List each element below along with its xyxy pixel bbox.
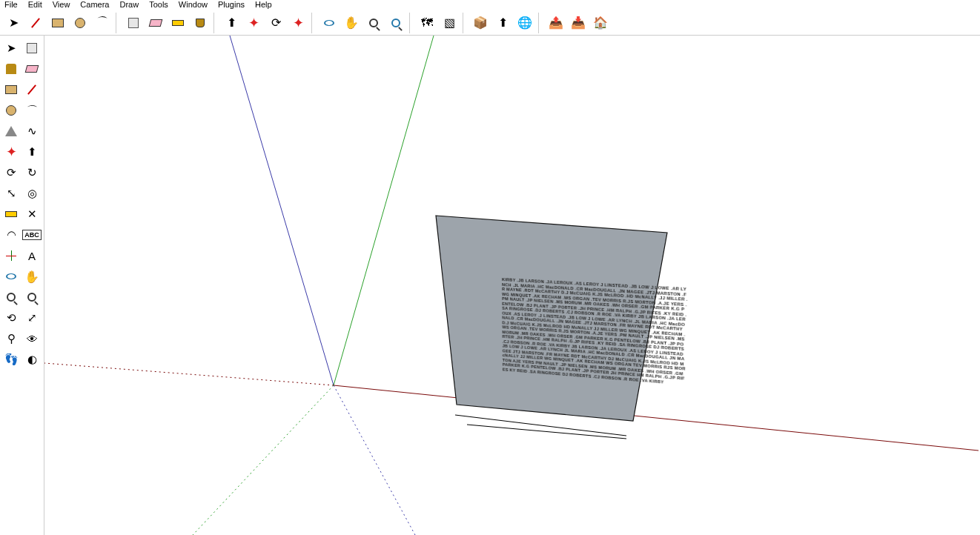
dimension-icon[interactable]: ✕ (22, 205, 42, 224)
menu-bar: File Edit View Camera Draw Tools Window … (0, 0, 980, 10)
walk-icon[interactable]: 👣 (1, 350, 21, 369)
text-tool-icon[interactable]: ABC (22, 225, 42, 245)
circle-icon[interactable] (1, 101, 21, 120)
paint-bucket-icon[interactable] (1, 59, 21, 79)
menu-view[interactable]: View (53, 0, 70, 10)
zoom-icon[interactable] (363, 13, 384, 33)
rectangle-icon[interactable] (1, 80, 21, 99)
tape-measure-icon[interactable] (1, 205, 21, 224)
svg-line-0 (230, 36, 334, 385)
move-star-icon[interactable]: ✦ (1, 142, 21, 162)
earth-icon[interactable]: 🌐 (514, 13, 535, 33)
upload-model-icon[interactable]: ⬆ (492, 13, 513, 33)
arc-icon[interactable]: ⌒ (92, 13, 113, 33)
left-toolbox: ➤ ⌒ ∿ ✦ ⬆ ⟳ ↻ ⤡ ◎ ✕ ◠ ABC A ✋ ⟲ ⤢ ⚲ 👁 👣 … (0, 36, 44, 535)
pencil-line-icon[interactable] (22, 80, 42, 99)
menu-window[interactable]: Window (179, 0, 208, 10)
arc-icon[interactable]: ⌒ (22, 101, 42, 120)
section-plane-icon[interactable]: ◐ (22, 350, 42, 369)
pan-icon[interactable]: ✋ (22, 267, 42, 286)
svg-line-1 (334, 36, 434, 385)
freehand-icon[interactable]: ∿ (22, 122, 42, 141)
svg-line-7 (467, 425, 626, 439)
zoom-window-icon[interactable] (22, 288, 42, 307)
svg-line-4 (193, 385, 334, 535)
menu-draw[interactable]: Draw (119, 0, 139, 10)
orbit-icon[interactable] (319, 13, 340, 33)
rotate-icon[interactable]: ⟳ (265, 13, 286, 33)
offset-star-icon[interactable]: ✦ (288, 13, 308, 33)
3d-text-icon[interactable]: A (22, 246, 42, 265)
add-location-icon[interactable]: 🗺 (417, 13, 437, 33)
scene-svg (44, 36, 980, 535)
push-pull-icon[interactable]: ⬆ (22, 142, 42, 162)
toggle-terrain-icon[interactable]: ▧ (439, 13, 460, 33)
offset-icon[interactable]: ◎ (22, 184, 42, 203)
orbit-icon[interactable] (1, 267, 21, 286)
menu-help[interactable]: Help (255, 0, 272, 10)
paint-bucket-icon[interactable] (190, 13, 211, 33)
house-icon[interactable]: 🏠 (590, 13, 611, 33)
svg-line-3 (44, 363, 334, 385)
pan-icon[interactable]: ✋ (341, 13, 362, 33)
polygon-icon[interactable] (1, 122, 21, 141)
select-arrow-icon[interactable]: ➤ (3, 13, 24, 33)
menu-tools[interactable]: Tools (149, 0, 168, 10)
get-models-icon[interactable]: 📦 (470, 13, 491, 33)
eraser-icon[interactable] (145, 13, 166, 33)
scale-icon[interactable]: ⤡ (1, 184, 21, 203)
tape-measure-icon[interactable] (168, 13, 188, 33)
rectangle-icon[interactable] (47, 13, 68, 33)
move-star-icon[interactable]: ✦ (243, 13, 264, 33)
menu-edit[interactable]: Edit (28, 0, 42, 10)
menu-file[interactable]: File (4, 0, 18, 10)
export-box-icon[interactable]: 📤 (546, 13, 566, 33)
look-around-icon[interactable]: 👁 (22, 329, 42, 348)
zoom-extents-icon[interactable] (385, 13, 406, 33)
model-viewport[interactable]: KIRBY .JB LARSON .JA LEROUX .AS LEROY J … (44, 36, 980, 535)
make-component-icon[interactable] (123, 13, 144, 33)
select-arrow-icon[interactable]: ➤ (1, 39, 21, 58)
zoom-extents-icon[interactable]: ⤢ (22, 308, 42, 328)
push-pull-icon[interactable]: ⬆ (221, 13, 242, 33)
eraser-icon[interactable] (22, 59, 42, 79)
position-camera-icon[interactable]: ⚲ (1, 329, 21, 348)
import-box-icon[interactable]: 📥 (568, 13, 589, 33)
svg-line-5 (334, 385, 415, 535)
pencil-icon[interactable] (25, 13, 46, 33)
zoom-icon[interactable] (1, 288, 21, 307)
axes-icon[interactable] (1, 246, 21, 265)
rotate-icon[interactable]: ⟳ (1, 163, 21, 182)
follow-me-icon[interactable]: ↻ (22, 163, 42, 182)
svg-line-2 (334, 385, 979, 451)
plaque-face (436, 216, 667, 421)
make-component-icon[interactable] (22, 39, 42, 58)
menu-camera[interactable]: Camera (80, 0, 109, 10)
menu-plugins[interactable]: Plugins (218, 0, 245, 10)
protractor-icon[interactable]: ◠ (1, 225, 21, 245)
zoom-previous-icon[interactable]: ⟲ (1, 308, 21, 328)
main-toolbar: ➤ ⌒ ⬆ ✦ ⟳ ✦ ✋ 🗺 ▧ 📦 ⬆ 🌐 📤 📥 🏠 (0, 10, 980, 36)
circle-icon[interactable] (70, 13, 90, 33)
